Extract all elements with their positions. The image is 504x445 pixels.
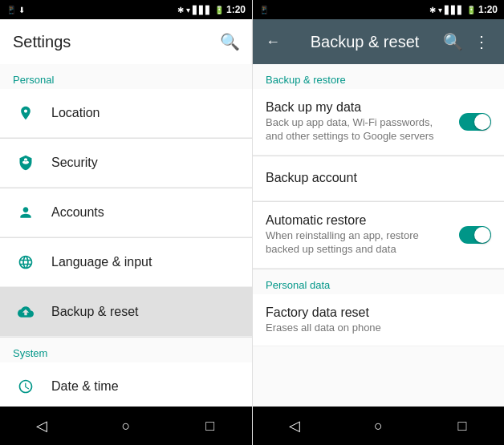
backup-icon [18,304,34,320]
signal-icon: ▋▋▋ [193,6,212,14]
right-recent-button[interactable]: □ [438,407,486,445]
sidebar-item-language[interactable]: Language & input [0,238,252,287]
accounts-icon-container [13,200,39,225]
factory-reset-text: Factory data reset Erases all data on ph… [266,305,491,335]
datetime-icon [18,378,34,394]
backup-account-text: Backup account [266,171,491,185]
location-label: Location [51,106,100,120]
backup-label: Backup & reset [51,305,139,319]
right-status-icons-right: ✱ ▾ ▋▋▋ 🔋 1:20 [429,4,498,15]
datetime-label: Date & time [51,379,119,394]
factory-reset-item[interactable]: Factory data reset Erases all data on ph… [253,294,504,347]
right-back-button[interactable]: ◁ [270,407,319,445]
backup-settings-list: Backup & restore Back up my data Back up… [253,64,504,407]
automatic-restore-item[interactable]: Automatic restore When reinstalling an a… [253,202,504,269]
left-top-bar-icons: 🔍 [220,32,239,51]
right-time: 1:20 [478,4,498,15]
backup-my-data-item[interactable]: Back up my data Back up app data, Wi-Fi … [253,89,504,156]
right-home-button[interactable]: ○ [354,407,402,445]
right-bt-icon: ✱ [429,6,436,14]
language-label: Language & input [51,255,152,269]
sidebar-item-location[interactable]: Location [0,89,252,138]
location-icon-container [13,100,39,126]
right-search-icon[interactable]: 🔍 [443,32,462,51]
right-signal-icon: ▋▋▋ [445,6,464,14]
left-panel: 📱 ⬇ ✱ ▾ ▋▋▋ 🔋 1:20 Settings 🔍 Personal L… [0,0,252,445]
notification-icons: 📱 ⬇ [6,6,25,14]
backup-account-title: Backup account [266,171,491,185]
automatic-restore-subtitle: When reinstalling an app, restore backed… [266,229,449,257]
language-icon [18,254,34,270]
sidebar-item-accounts[interactable]: Accounts [0,188,252,237]
personal-section-label: Personal [0,64,252,89]
left-top-bar: Settings 🔍 [0,19,252,64]
left-status-bar: 📱 ⬇ ✱ ▾ ▋▋▋ 🔋 1:20 [0,0,252,19]
automatic-restore-toggle[interactable] [459,226,491,244]
right-bottom-nav: ◁ ○ □ [253,407,504,445]
status-icons-right: ✱ ▾ ▋▋▋ 🔋 1:20 [177,4,246,15]
automatic-restore-title: Automatic restore [266,213,449,228]
backup-my-data-subtitle: Back up app data, Wi-Fi passwords, and o… [266,116,449,144]
right-wifi-icon: ▾ [438,6,442,14]
right-status-icons-left: 📱 [259,6,269,14]
left-top-bar-title: Settings [13,33,220,51]
left-settings-list: Personal Location Security [0,64,252,407]
sidebar-item-backup[interactable]: Backup & reset [0,288,252,337]
accounts-icon [18,204,34,220]
automatic-restore-text: Automatic restore When reinstalling an a… [266,213,449,257]
location-icon [18,105,34,121]
backup-restore-section-label: Backup & restore [253,64,504,89]
right-top-bar-title: Backup & reset [287,33,443,51]
right-status-bar: 📱 ✱ ▾ ▋▋▋ 🔋 1:20 [253,0,504,19]
security-icon-container [13,150,39,176]
factory-reset-subtitle: Erases all data on phone [266,322,491,335]
back-button[interactable]: ◁ [18,407,66,445]
security-icon [18,155,34,171]
backup-my-data-title: Back up my data [266,100,449,115]
battery-icon: 🔋 [214,6,224,14]
accounts-label: Accounts [51,205,104,220]
system-section-label: System [0,338,252,362]
security-label: Security [51,156,98,170]
home-button[interactable]: ○ [102,407,150,445]
left-time: 1:20 [226,4,246,15]
right-top-bar: ← Backup & reset 🔍 ⋮ [253,19,504,64]
right-notification-icons: 📱 [259,6,269,14]
bt-icon: ✱ [177,6,184,14]
back-arrow-icon[interactable]: ← [266,34,280,51]
right-battery-icon: 🔋 [466,6,476,14]
backup-icon-container [13,299,39,325]
backup-my-data-text: Back up my data Back up app data, Wi-Fi … [266,100,449,144]
recent-button[interactable]: □ [186,407,234,445]
datetime-icon-container [13,374,39,399]
status-icons-left: 📱 ⬇ [6,6,25,14]
personal-data-section-label: Personal data [253,269,504,294]
backup-my-data-toggle[interactable] [459,113,491,131]
right-top-bar-icons: 🔍 ⋮ [443,32,491,51]
language-icon-container [13,249,39,275]
backup-account-item[interactable]: Backup account [253,156,504,201]
factory-reset-title: Factory data reset [266,305,491,320]
sidebar-item-datetime[interactable]: Date & time [0,362,252,407]
right-panel: 📱 ✱ ▾ ▋▋▋ 🔋 1:20 ← Backup & reset 🔍 ⋮ Ba… [252,0,504,445]
wifi-icon: ▾ [186,6,190,14]
search-icon[interactable]: 🔍 [220,32,239,51]
left-bottom-nav: ◁ ○ □ [0,407,252,445]
sidebar-item-security[interactable]: Security [0,139,252,188]
more-options-icon[interactable]: ⋮ [472,32,491,51]
